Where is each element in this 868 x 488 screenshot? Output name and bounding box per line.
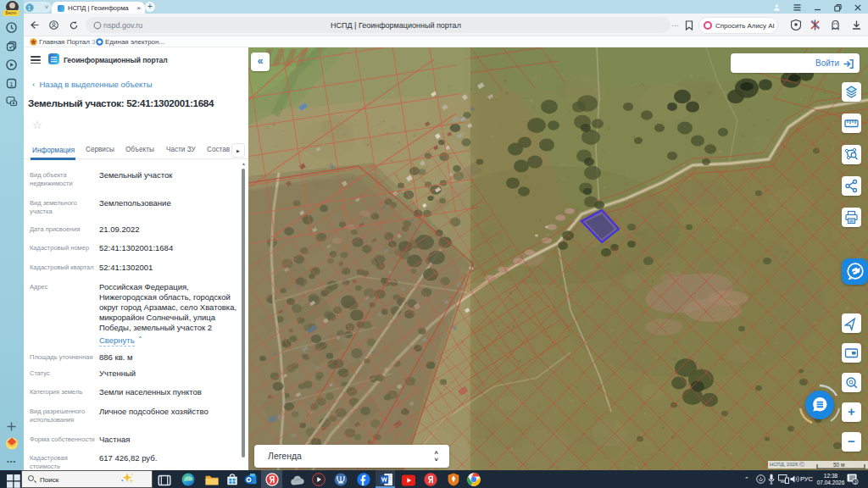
- svg-text:3: 3: [854, 480, 856, 485]
- svg-text:1: 1: [9, 80, 14, 88]
